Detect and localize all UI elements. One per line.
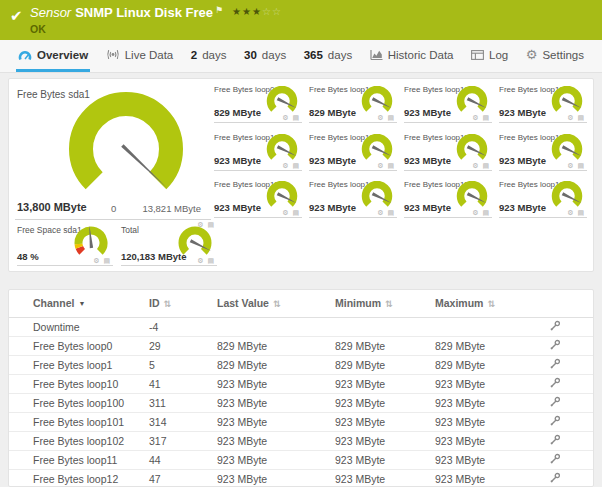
gauge-tile-free-bytes-loop12[interactable]: Free Bytes loop12923 MByte⚙ ▤ <box>499 132 594 180</box>
gauge-pin-icon[interactable]: ▤ <box>577 162 585 169</box>
gauge-pin-icon[interactable]: ▤ <box>387 114 395 121</box>
gauge-tile-free-bytes-loop102[interactable]: Free Bytes loop102923 MByte⚙ ▤ <box>309 132 404 180</box>
prtg-sensor-page: ✔ SensorSNMP Linux Disk Free⚑★★★☆☆ OK Ov… <box>0 0 602 487</box>
table-row[interactable]: Free Bytes loop1247923 MByte923 MByte923… <box>9 469 594 487</box>
sort-both-icon[interactable]: ⇅ <box>273 299 281 309</box>
sort-desc-icon[interactable]: ▼ <box>78 300 85 307</box>
tab-365-days[interactable]: 365days <box>302 40 354 72</box>
gauge-pin-icon[interactable]: ▤ <box>482 209 490 216</box>
gauge-settings-icon[interactable]: ⚙ <box>472 209 479 216</box>
column-label: Last Value <box>217 297 269 309</box>
gauge-pin-icon[interactable]: ▤ <box>577 209 585 216</box>
column-header-channel[interactable]: Channel▼ <box>9 290 141 317</box>
sort-both-icon[interactable]: ⇅ <box>487 299 495 309</box>
gauge-settings-icon[interactable]: ⚙ <box>567 162 574 169</box>
channel-settings-icon[interactable] <box>529 450 594 469</box>
tab-live-data[interactable]: Live Data <box>104 40 176 72</box>
gauge-corner-icons[interactable]: ⚙ ▤ <box>282 162 300 170</box>
column-header-minimum[interactable]: Minimum⇅ <box>327 290 427 317</box>
maximum-cell: 923 MByte <box>427 431 529 450</box>
sort-both-icon[interactable]: ⇅ <box>164 299 172 309</box>
tab-settings[interactable]: ⚙Settings <box>524 40 586 72</box>
gauge-corner-icons[interactable]: ⚙ ▤ <box>282 209 300 217</box>
gauge-pin-icon[interactable]: ▤ <box>482 162 490 169</box>
gauge-corner-icons[interactable]: ⚙ ▤ <box>377 162 395 170</box>
gauge-settings-icon[interactable]: ⚙ <box>377 162 384 169</box>
gauge-pin-icon[interactable]: ▤ <box>292 209 300 216</box>
channel-settings-icon[interactable] <box>529 393 594 412</box>
gauge-pin-icon[interactable]: ▤ <box>207 257 215 264</box>
gauge-settings-icon[interactable]: ⚙ <box>282 209 289 216</box>
channel-settings-icon[interactable] <box>529 412 594 431</box>
table-row[interactable]: Free Bytes loop15829 MByte829 MByte829 M… <box>9 355 594 374</box>
channel-settings-icon[interactable] <box>529 336 594 355</box>
gauge-pin-icon[interactable]: ▤ <box>387 209 395 216</box>
gauge-tile-free-bytes-loop100[interactable]: Free Bytes loop100923 MByte⚙ ▤ <box>499 84 594 132</box>
table-row[interactable]: Downtime-4 <box>9 317 594 336</box>
gauge-tile-free-bytes-loop1[interactable]: Free Bytes loop1829 MByte⚙ ▤ <box>309 84 404 132</box>
table-row[interactable]: Free Bytes loop101314923 MByte923 MByte9… <box>9 412 594 431</box>
table-row[interactable]: Free Bytes loop100311923 MByte923 MByte9… <box>9 393 594 412</box>
gauge-settings-icon[interactable]: ⚙ <box>567 114 574 121</box>
gauge-pin-icon[interactable]: ▤ <box>103 257 111 264</box>
gauge-pin-icon[interactable]: ▤ <box>292 162 300 169</box>
gauge-pin-icon[interactable]: ▤ <box>292 114 300 121</box>
gauge-corner-icons[interactable]: ⚙ ▤ <box>197 257 215 265</box>
column-header-id[interactable]: ID⇅ <box>141 290 209 317</box>
gauge-pin-icon[interactable]: ▤ <box>387 162 395 169</box>
gauge-tile-free-bytes-loop13[interactable]: Free Bytes loop13923 MByte⚙ ▤ <box>214 179 309 227</box>
gauge-settings-icon[interactable]: ⚙ <box>197 257 204 264</box>
gauge-tile-free-bytes-loop14[interactable]: Free Bytes loop14923 MByte⚙ ▤ <box>309 179 404 227</box>
gauge-corner-icons[interactable]: ⚙ ▤ <box>567 209 585 217</box>
tab-log[interactable]: Log <box>469 40 510 72</box>
tab-overview[interactable]: Overview <box>16 40 90 72</box>
gauge-tile-main[interactable]: Free Bytes sda1 13,800 MByte 0 13,821 MB… <box>15 85 215 227</box>
gauge-corner-icons[interactable]: ⚙ ▤ <box>377 114 395 122</box>
gauge-settings-icon[interactable]: ⚙ <box>377 209 384 216</box>
column-header-maximum[interactable]: Maximum⇅ <box>427 290 529 317</box>
gauge-corner-icons[interactable]: ⚙ ▤ <box>377 209 395 217</box>
channel-settings-icon[interactable] <box>529 355 594 374</box>
gauge-corner-icons[interactable]: ⚙ ▤ <box>567 114 585 122</box>
gauge-corner-icons[interactable]: ⚙ ▤ <box>472 114 490 122</box>
gauge-settings-icon[interactable]: ⚙ <box>472 162 479 169</box>
channel-settings-icon[interactable] <box>529 374 594 393</box>
priority-stars[interactable]: ★★★☆☆ <box>232 6 282 17</box>
table-row[interactable]: Free Bytes loop102317923 MByte923 MByte9… <box>9 431 594 450</box>
gauge-tile-free-bytes-loop10[interactable]: Free Bytes loop10923 MByte⚙ ▤ <box>404 84 499 132</box>
gauge-settings-icon[interactable]: ⚙ <box>282 114 289 121</box>
gauge-pin-icon[interactable]: ▤ <box>577 114 585 121</box>
gauge-corner-icons[interactable]: ⚙ ▤ <box>567 162 585 170</box>
channel-settings-icon[interactable] <box>529 317 594 336</box>
gauge-tile-free-bytes-loop15[interactable]: Free Bytes loop15923 MByte⚙ ▤ <box>404 179 499 227</box>
sort-both-icon[interactable]: ⇅ <box>385 299 393 309</box>
table-row[interactable]: Free Bytes loop1041923 MByte923 MByte923… <box>9 374 594 393</box>
gauge-tile-free-bytes-loop0[interactable]: Free Bytes loop0829 MByte⚙ ▤ <box>214 84 309 132</box>
channel-settings-icon[interactable] <box>529 431 594 450</box>
gauge-settings-icon[interactable]: ⚙ <box>567 209 574 216</box>
gauge-tile-free-bytes-loop11[interactable]: Free Bytes loop11923 MByte⚙ ▤ <box>404 132 499 180</box>
gauge-corner-icons[interactable]: ⚙ ▤ <box>93 257 111 265</box>
maximum-cell: 923 MByte <box>427 374 529 393</box>
gauge-settings-icon[interactable]: ⚙ <box>93 257 100 264</box>
gauge-settings-icon[interactable]: ⚙ <box>472 114 479 121</box>
gauge-tile-free-space-sda1[interactable]: Free Space sda148 %⚙ ▤ <box>17 225 113 269</box>
gauge-settings-icon[interactable]: ⚙ <box>377 114 384 121</box>
table-row[interactable]: Free Bytes loop029829 MByte829 MByte829 … <box>9 336 594 355</box>
tab-2-days[interactable]: 2days <box>189 40 229 72</box>
gauge-pin-icon[interactable]: ▤ <box>482 114 490 121</box>
gauge-corner-icons[interactable]: ⚙ ▤ <box>472 162 490 170</box>
tab-historic-data[interactable]: Historic Data <box>368 40 456 72</box>
column-header-last-value[interactable]: Last Value⇅ <box>209 290 327 317</box>
gauge-settings-icon[interactable]: ⚙ <box>282 162 289 169</box>
channel-settings-icon[interactable] <box>529 469 594 487</box>
gauge-corner-icons[interactable]: ⚙ ▤ <box>282 114 300 122</box>
gauge-value: 13,800 MByte <box>17 201 87 213</box>
table-row[interactable]: Free Bytes loop1144923 MByte923 MByte923… <box>9 450 594 469</box>
gauge-tile-free-bytes-loop101[interactable]: Free Bytes loop101923 MByte⚙ ▤ <box>214 132 309 180</box>
gauge-corner-icons[interactable]: ⚙ ▤ <box>472 209 490 217</box>
gauge-tile-free-bytes-loop16[interactable]: Free Bytes loop16923 MByte⚙ ▤ <box>499 179 594 227</box>
gauge-tile-total[interactable]: Total120,183 MByte⚙ ▤ <box>121 225 217 269</box>
tab-30-days[interactable]: 30days <box>242 40 288 72</box>
id-cell: 314 <box>141 412 209 431</box>
